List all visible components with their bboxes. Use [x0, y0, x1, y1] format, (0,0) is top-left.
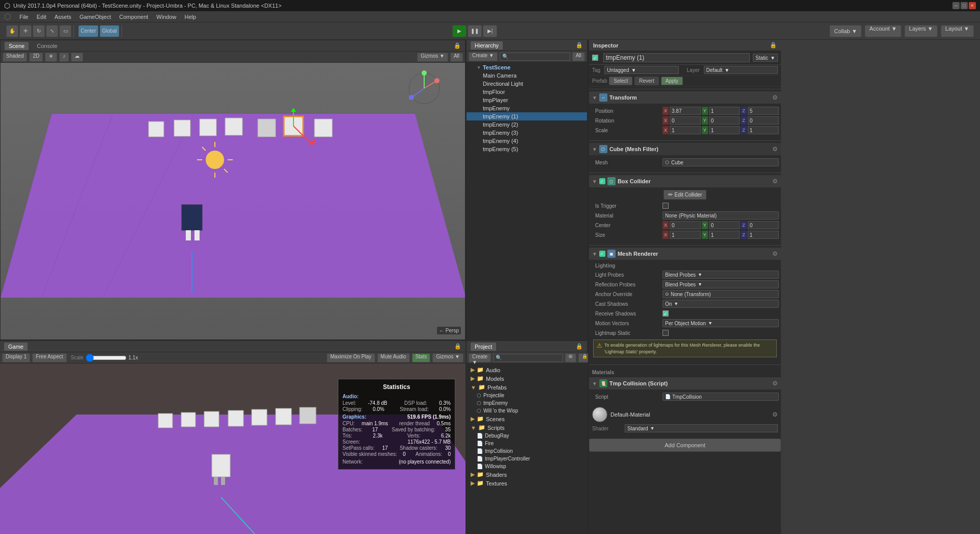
shading-dropdown[interactable]: Shaded — [3, 53, 27, 62]
pos-x[interactable]: 3.87 — [670, 107, 701, 115]
collider-toggle[interactable]: ✓ — [599, 178, 605, 184]
menu-file[interactable]: File — [15, 13, 33, 21]
scale-tool[interactable]: ⤡ — [46, 25, 58, 37]
hierarchy-item-tmpenemy5[interactable]: tmpEnemy (5) — [467, 145, 587, 153]
scale-x[interactable]: 1 — [670, 126, 701, 134]
stats-button[interactable]: Stats — [412, 353, 431, 362]
menu-gameobject[interactable]: GameObject — [76, 13, 115, 21]
script-value[interactable]: 📄 TmpCollision — [663, 393, 779, 401]
hierarchy-item-tmpenemy2[interactable]: tmpEnemy (2) — [467, 120, 587, 129]
project-search[interactable] — [493, 354, 563, 362]
scene-tab[interactable]: Scene — [5, 42, 29, 50]
settings-icon[interactable]: ⚙ — [772, 380, 778, 387]
shader-value[interactable]: Standard ▼ — [625, 424, 778, 432]
settings-icon[interactable]: ⚙ — [772, 250, 778, 257]
settings-icon[interactable]: ⚙ — [772, 94, 778, 101]
maximize-on-play[interactable]: Maximize On Play — [327, 353, 375, 362]
folder-models[interactable]: ▶ 📁 Models — [469, 374, 585, 383]
mesh-renderer-header[interactable]: ▼ ✓ ▣ Mesh Renderer ⚙ — [589, 248, 781, 260]
file-tmpenemy[interactable]: ⬡ tmpEnemy — [469, 399, 585, 407]
mesh-filter-header[interactable]: ▼ ⬡ Cube (Mesh Filter) ⚙ — [589, 143, 781, 155]
prefab-revert-btn[interactable]: Revert — [634, 77, 658, 85]
material-settings[interactable]: ⚙ — [772, 411, 778, 418]
collider-material-value[interactable]: None (Physic Material) — [663, 211, 779, 220]
pos-z[interactable]: 5 — [748, 107, 779, 115]
static-dropdown[interactable]: Static ▼ — [753, 54, 778, 62]
folder-shaders[interactable]: ▶ 📁 Shaders — [469, 470, 585, 479]
active-toggle[interactable] — [592, 55, 598, 61]
hierarchy-item-main-camera[interactable]: Main Camera — [467, 71, 587, 80]
hierarchy-all[interactable]: All — [572, 52, 585, 61]
sy[interactable]: 1 — [709, 231, 740, 239]
account-button[interactable]: Account ▼ — [865, 25, 901, 37]
scale-z[interactable]: 1 — [748, 126, 779, 134]
center-button[interactable]: Center — [78, 25, 99, 37]
hierarchy-tab[interactable]: Hierarchy — [471, 41, 503, 50]
cast-shadows-value[interactable]: On ▼ — [663, 300, 779, 308]
hierarchy-item-tmpenemy1[interactable]: tmpEnemy (1) — [467, 112, 587, 120]
motion-vectors-value[interactable]: Per Object Motion ▼ — [663, 319, 779, 327]
rot-z[interactable]: 0 — [748, 116, 779, 125]
sz[interactable]: 1 — [748, 231, 779, 239]
transform-header[interactable]: ▼ ↔ Transform ⚙ — [589, 91, 781, 104]
project-tab[interactable]: Project — [471, 343, 496, 351]
maximize-button[interactable]: □ — [961, 2, 968, 9]
lock-icon-insp[interactable]: 🔒 — [770, 42, 777, 48]
hierarchy-create[interactable]: Create ▼ — [469, 52, 498, 61]
hierarchy-item-tmpenemy4[interactable]: tmpEnemy (4) — [467, 137, 587, 145]
game-canvas[interactable]: Statistics Audio: Level: -74.8 dB DSP lo… — [0, 363, 465, 534]
hand-tool[interactable]: ✋ — [6, 25, 18, 37]
hierarchy-scene-root[interactable]: ▼ TestScene — [467, 63, 587, 71]
settings-icon[interactable]: ⚙ — [772, 178, 778, 185]
sx[interactable]: 1 — [670, 231, 701, 239]
project-view-toggle[interactable]: ⊞ — [565, 353, 576, 362]
anchor-override-value[interactable]: ⊙ None (Transform) — [663, 290, 779, 298]
cy[interactable]: 0 — [709, 221, 740, 229]
folder-scripts[interactable]: ▼ 📁 Scripts — [469, 423, 585, 432]
prefab-select-btn[interactable]: Select — [609, 77, 632, 85]
scale-slider[interactable] — [86, 355, 127, 361]
mute-audio[interactable]: Mute Audio — [377, 353, 410, 362]
reflection-probes-value[interactable]: Blend Probes ▼ — [663, 280, 779, 288]
console-tab[interactable]: Console — [33, 42, 61, 50]
hierarchy-item-tmpenemy[interactable]: tmpEnemy — [467, 104, 587, 112]
all-button[interactable]: All — [450, 53, 463, 62]
cx[interactable]: 0 — [670, 221, 701, 229]
menu-component[interactable]: Component — [115, 13, 152, 21]
game-tab[interactable]: Game — [4, 343, 28, 351]
file-projectile[interactable]: ⬡ Projectile — [469, 392, 585, 399]
menu-edit[interactable]: Edit — [33, 13, 51, 21]
folder-textures[interactable]: ▶ 📁 Textures — [469, 479, 585, 488]
step-button[interactable]: ▶| — [483, 25, 497, 37]
menu-help[interactable]: Help — [180, 13, 200, 21]
object-name-field[interactable] — [603, 53, 750, 62]
project-create[interactable]: Create ▼ — [469, 353, 491, 362]
gizmos-button[interactable]: Gizmos ▼ — [417, 53, 448, 62]
receive-shadows-checkbox[interactable] — [663, 310, 669, 317]
settings-icon[interactable]: ⚙ — [772, 145, 778, 153]
rect-tool[interactable]: ▭ — [59, 25, 71, 37]
rotate-tool[interactable]: ↻ — [33, 25, 45, 37]
edit-collider-btn[interactable]: ✏ Edit Collider — [664, 190, 707, 200]
scene-canvas[interactable]: ← Persp — [1, 63, 465, 339]
minimize-button[interactable]: ─ — [952, 2, 960, 9]
layer-dropdown[interactable]: Default ▼ — [704, 66, 778, 74]
hierarchy-search[interactable] — [500, 53, 570, 61]
scale-y[interactable]: 1 — [709, 126, 740, 134]
audio-toggle[interactable]: ♪ — [59, 53, 69, 62]
folder-scenes[interactable]: ▶ 📁 Scenes — [469, 415, 585, 423]
script-tmpplayer[interactable]: 📄 tmpPlayerController — [469, 455, 585, 463]
tag-dropdown[interactable]: Untagged ▼ — [604, 66, 678, 74]
hierarchy-item-tmpplayer[interactable]: tmpPlayer — [467, 96, 587, 104]
renderer-toggle[interactable]: ✓ — [599, 251, 605, 257]
hierarchy-item-directional-light[interactable]: Directional Light — [467, 80, 587, 88]
cz[interactable]: 0 — [748, 221, 779, 229]
hierarchy-item-tmpenemy3[interactable]: tmpEnemy (3) — [467, 129, 587, 137]
rot-y[interactable]: 0 — [709, 116, 740, 125]
add-component-button[interactable]: Add Component — [589, 439, 781, 452]
file-willothewisp[interactable]: ⬡ Will 'o the Wisp — [469, 407, 585, 415]
toggle-2d[interactable]: 2D — [29, 53, 43, 62]
script-tmpcollision[interactable]: 📄 tmpCollision — [469, 447, 585, 455]
script-debugray[interactable]: 📄 DebugRay — [469, 432, 585, 440]
light-probes-value[interactable]: Blend Probes ▼ — [663, 271, 779, 279]
